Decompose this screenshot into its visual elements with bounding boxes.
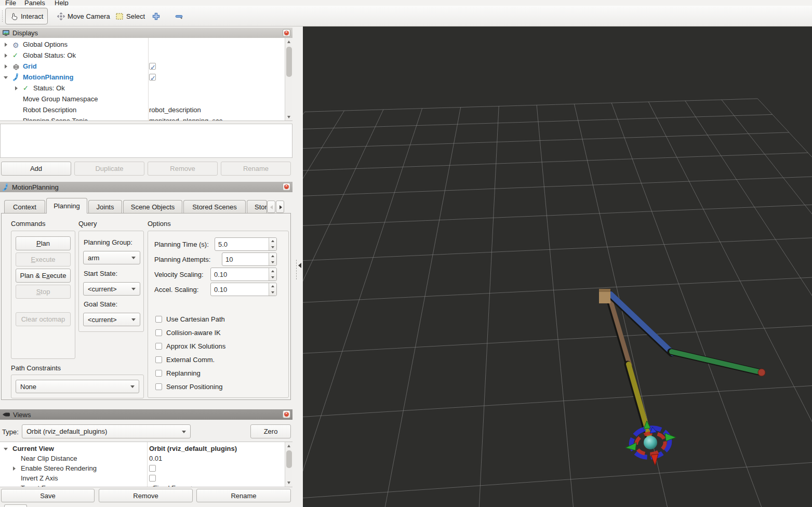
- execute-button[interactable]: Execute: [16, 252, 71, 266]
- clear-octomap-button[interactable]: Clear octomap: [16, 312, 71, 326]
- tab-stored-states[interactable]: Stored States: [247, 200, 267, 214]
- tree-label[interactable]: Near Clip Distance: [21, 453, 77, 463]
- menu-help[interactable]: Help: [55, 0, 69, 6]
- tree-label[interactable]: Move Group Namespace: [23, 94, 98, 104]
- goal-state-dropdown[interactable]: <current>: [83, 313, 140, 326]
- expander-icon[interactable]: [13, 466, 16, 471]
- tab-context[interactable]: Context: [4, 200, 45, 214]
- query-group: Planning Group: arm Start State: <curren…: [78, 231, 144, 332]
- tab-planning[interactable]: Planning: [46, 198, 87, 214]
- tree-value[interactable]: Orbit (rviz_default_plugins): [149, 444, 237, 453]
- tree-label[interactable]: Planning Scene Topic: [23, 115, 88, 121]
- external-comm-checkbox[interactable]: [155, 356, 162, 363]
- tree-label[interactable]: Grid: [23, 61, 37, 72]
- planning-group-dropdown[interactable]: arm: [83, 251, 140, 264]
- views-close-button[interactable]: [283, 410, 290, 418]
- motionplanning-enabled-checkbox[interactable]: [149, 74, 156, 81]
- motionplanning-close-button[interactable]: [283, 183, 290, 191]
- rename-display-button[interactable]: Rename: [221, 162, 291, 176]
- collision-aware-ik-checkbox[interactable]: [155, 329, 162, 336]
- check-icon: ✓: [23, 83, 29, 94]
- tree-label[interactable]: Robot Description: [23, 104, 76, 115]
- approx-ik-solutions-checkbox[interactable]: [155, 343, 162, 350]
- expander-icon[interactable]: [5, 43, 7, 47]
- viewport-splitter[interactable]: [292, 26, 303, 507]
- tab-scroll-right-button[interactable]: [276, 201, 284, 213]
- stop-button[interactable]: Stop: [16, 285, 71, 299]
- interact-tool-button[interactable]: Interact: [5, 8, 48, 24]
- tree-row-clipped: Target Frame <Fixed Frame>: [0, 483, 285, 487]
- start-state-dropdown[interactable]: <current>: [83, 282, 140, 296]
- sensor-positioning-label: Sensor Positioning: [166, 383, 222, 391]
- tree-row: Near Clip Distance 0.01: [0, 453, 285, 463]
- accel-scaling-spinbox[interactable]: 0.10: [210, 283, 277, 296]
- toolbar-grip[interactable]: [2, 10, 4, 22]
- tree-value[interactable]: <Fixed Frame>: [149, 483, 195, 487]
- grid-enabled-checkbox[interactable]: [149, 63, 156, 70]
- displays-panel-header[interactable]: Displays: [0, 28, 292, 38]
- remove-view-button[interactable]: Remove: [99, 489, 193, 502]
- tab-scene-objects[interactable]: Scene Objects: [123, 200, 182, 214]
- expander-icon[interactable]: [4, 448, 8, 450]
- displays-tree[interactable]: ⚙ Global Options ✓ Global Status: Ok Gri…: [0, 38, 292, 121]
- duplicate-display-button[interactable]: Duplicate: [74, 162, 144, 176]
- menu-panels[interactable]: Panels: [24, 0, 45, 6]
- replanning-checkbox[interactable]: [155, 370, 162, 377]
- remove-display-button[interactable]: Remove: [148, 162, 218, 176]
- displays-close-button[interactable]: [283, 29, 290, 37]
- tree-label[interactable]: Target Frame: [21, 483, 61, 487]
- planning-time-spinbox[interactable]: 5.0: [215, 237, 277, 251]
- remove-tool-button[interactable]: [170, 8, 188, 24]
- view-type-dropdown[interactable]: Orbit (rviz_default_plugins): [22, 424, 191, 438]
- tree-label[interactable]: Current View: [12, 444, 54, 453]
- tree-value[interactable]: robot_description: [149, 104, 201, 115]
- enable-stereo-checkbox[interactable]: [149, 465, 156, 472]
- tree-label[interactable]: Invert Z Axis: [21, 473, 58, 483]
- tab-joints[interactable]: Joints: [88, 200, 122, 214]
- expander-icon[interactable]: [5, 64, 7, 69]
- scroll-down-button[interactable]: [285, 113, 292, 121]
- velocity-scaling-spinbox[interactable]: 0.10: [210, 268, 277, 281]
- sensor-positioning-checkbox[interactable]: [155, 383, 162, 390]
- tree-label[interactable]: Enable Stereo Rendering: [21, 463, 97, 473]
- tree-value[interactable]: monitored_planning_sce: [149, 115, 223, 121]
- plan-button[interactable]: Plan: [16, 236, 71, 250]
- use-cartesian-path-checkbox[interactable]: [155, 316, 162, 323]
- add-tool-button[interactable]: [148, 8, 165, 24]
- tree-label[interactable]: Global Options: [23, 39, 68, 50]
- rename-view-button[interactable]: Rename: [196, 489, 291, 502]
- tab-scroll-left-button[interactable]: [267, 201, 275, 213]
- views-panel-header[interactable]: Views: [0, 409, 292, 420]
- motionplanning-panel-header[interactable]: MotionPlanning: [0, 182, 292, 192]
- save-view-button[interactable]: Save: [1, 489, 95, 502]
- display-description-box: [0, 124, 292, 158]
- expander-icon[interactable]: [4, 76, 8, 79]
- path-constraints-dropdown[interactable]: None: [16, 380, 139, 393]
- tree-label[interactable]: MotionPlanning: [23, 72, 73, 83]
- scroll-up-button[interactable]: [285, 442, 292, 450]
- displays-scrollbar[interactable]: [285, 38, 292, 121]
- menu-file[interactable]: File: [5, 0, 16, 6]
- tab-stored-scenes[interactable]: Stored Scenes: [183, 200, 246, 214]
- scroll-down-button[interactable]: [285, 479, 292, 487]
- views-tree[interactable]: Current View Orbit (rviz_default_plugins…: [0, 442, 292, 487]
- scroll-up-button[interactable]: [285, 38, 292, 46]
- tree-label[interactable]: Status: Ok: [33, 83, 65, 94]
- views-scrollbar[interactable]: [285, 442, 292, 487]
- invert-z-checkbox[interactable]: [149, 475, 156, 482]
- expander-icon[interactable]: [5, 54, 7, 58]
- tree-label[interactable]: Global Status: Ok: [23, 50, 76, 61]
- plan-and-execute-button[interactable]: Plan & Execute: [16, 269, 71, 283]
- add-display-button[interactable]: Add: [1, 162, 71, 176]
- planning-attempts-spinbox[interactable]: 10: [222, 252, 277, 266]
- scrollbar-thumb[interactable]: [286, 450, 292, 468]
- select-tool-button[interactable]: Select: [111, 8, 149, 24]
- tree-value[interactable]: 0.01: [149, 453, 162, 463]
- start-state-label: Start State:: [84, 270, 117, 277]
- 3d-viewport[interactable]: [303, 26, 812, 507]
- expander-icon[interactable]: [15, 86, 18, 90]
- zero-view-button[interactable]: Zero: [250, 424, 291, 438]
- scrollbar-thumb[interactable]: [286, 47, 292, 77]
- collapse-handle-icon[interactable]: [298, 263, 301, 268]
- move-camera-tool-button[interactable]: Move Camera: [52, 8, 114, 24]
